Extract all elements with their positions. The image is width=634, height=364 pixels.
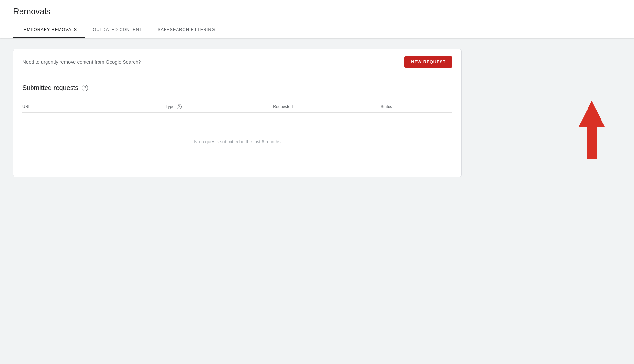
column-header-requested: Requested	[273, 104, 381, 109]
empty-message: No requests submitted in the last 6 mont…	[194, 139, 280, 144]
tabs-container: TEMPORARY REMOVALS OUTDATED CONTENT SAFE…	[13, 22, 621, 38]
table-header: URL Type ? Requested Status	[22, 101, 452, 113]
type-help-icon[interactable]: ?	[177, 104, 182, 109]
main-content: Need to urgently remove content from Goo…	[0, 38, 634, 188]
column-header-type: Type ?	[166, 104, 273, 109]
card-body: Submitted requests ? URL Type ? Requeste…	[13, 75, 461, 177]
table-empty-state: No requests submitted in the last 6 mont…	[22, 113, 452, 177]
column-header-url: URL	[22, 104, 166, 109]
tab-outdated-content[interactable]: OUTDATED CONTENT	[85, 22, 150, 38]
page-header: Removals TEMPORARY REMOVALS OUTDATED CON…	[0, 0, 634, 38]
submitted-requests-header: Submitted requests ?	[22, 84, 452, 92]
tab-safesearch-filtering[interactable]: SAFESEARCH FILTERING	[150, 22, 223, 38]
column-header-status: Status	[381, 104, 452, 109]
tab-temporary-removals[interactable]: TEMPORARY REMOVALS	[13, 22, 85, 38]
prompt-text: Need to urgently remove content from Goo…	[22, 59, 141, 65]
card-top-section: Need to urgently remove content from Goo…	[13, 49, 461, 75]
page-title: Removals	[13, 6, 621, 22]
submitted-requests-help-icon[interactable]: ?	[82, 85, 88, 91]
submitted-requests-title: Submitted requests	[22, 84, 78, 92]
main-card: Need to urgently remove content from Goo…	[13, 49, 462, 177]
new-request-button[interactable]: NEW REQUEST	[404, 56, 452, 68]
